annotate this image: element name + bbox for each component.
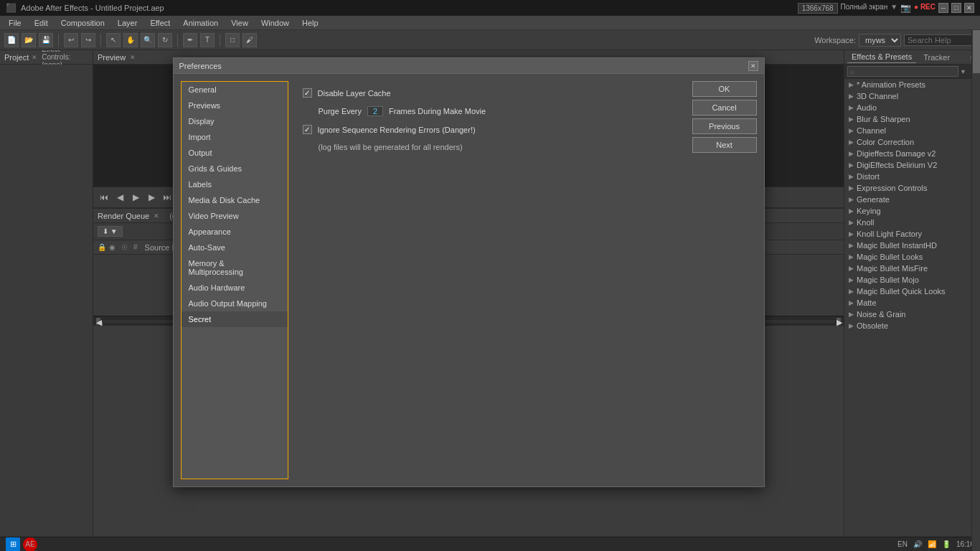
effects-search-input[interactable] bbox=[847, 66, 958, 77]
project-tab-close[interactable]: ✕ bbox=[32, 54, 37, 61]
ignore-sequence-checkbox[interactable] bbox=[303, 125, 312, 134]
pref-media[interactable]: Media & Disk Cache bbox=[182, 192, 288, 208]
effect-distort[interactable]: ▶ Distort bbox=[844, 171, 980, 182]
dialog-sidebar: General Previews Display Import Output G… bbox=[181, 81, 288, 479]
search-dropdown-arrow[interactable]: ▼ bbox=[960, 68, 966, 75]
search-help-input[interactable] bbox=[904, 34, 976, 46]
effect-color-correction[interactable]: ▶ Color Correction bbox=[844, 136, 980, 148]
workspace-select[interactable]: myws bbox=[859, 34, 901, 47]
close-button[interactable]: ✕ bbox=[964, 3, 974, 13]
effect-digieffects-delirium[interactable]: ▶ DigiEffects Delirium V2 bbox=[844, 159, 980, 171]
dialog-main: Disable Layer Cache Purge Every 2 Frames… bbox=[296, 81, 685, 479]
effect-blur-sharpen[interactable]: ▶ Blur & Sharpen bbox=[844, 113, 980, 125]
ae-taskbar-icon[interactable]: AE bbox=[23, 537, 37, 552]
rotate-tool[interactable]: ↻ bbox=[158, 33, 172, 47]
arrow-icon: ▶ bbox=[849, 299, 854, 306]
pref-labels[interactable]: Labels bbox=[182, 176, 288, 192]
pref-autosave[interactable]: Auto-Save bbox=[182, 240, 288, 255]
pen-tool[interactable]: ✒ bbox=[183, 33, 197, 47]
pref-display[interactable]: Display bbox=[182, 113, 288, 129]
effect-animation-presets[interactable]: ▶ * Animation Presets bbox=[844, 79, 980, 90]
dialog-close-button[interactable]: ✕ bbox=[748, 61, 758, 71]
effect-label: Magic Bullet MisFire bbox=[857, 264, 928, 273]
text-tool[interactable]: T bbox=[200, 33, 215, 47]
ok-button[interactable]: OK bbox=[692, 81, 757, 97]
menu-window[interactable]: Window bbox=[255, 17, 295, 29]
disable-layer-cache-checkbox[interactable] bbox=[303, 88, 312, 98]
hand-tool[interactable]: ✋ bbox=[123, 33, 138, 47]
effect-magic-bullet-misfire[interactable]: ▶ Magic Bullet MisFire bbox=[844, 263, 980, 274]
effect-label: Magic Bullet Looks bbox=[857, 253, 923, 261]
effect-audio[interactable]: ▶ Audio bbox=[844, 102, 980, 113]
effect-magic-bullet-quicklooks[interactable]: ▶ Magic Bullet Quick Looks bbox=[844, 286, 980, 297]
effects-presets-tab[interactable]: Effects & Presets bbox=[847, 51, 916, 63]
maximize-button[interactable]: □ bbox=[951, 3, 961, 13]
effect-expression-controls[interactable]: ▶ Expression Controls bbox=[844, 182, 980, 194]
effect-digieffects-damage[interactable]: ▶ Digieffects Damage v2 bbox=[844, 148, 980, 159]
menu-composition[interactable]: Composition bbox=[55, 17, 110, 29]
pref-output[interactable]: Output bbox=[182, 145, 288, 161]
effect-label: Audio bbox=[857, 103, 877, 112]
pref-video-preview[interactable]: Video Preview bbox=[182, 208, 288, 224]
center-column: Preview ✕ ⏮ ◀ ▶ ▶ ⏭ 🔁 🔊 ▶▶ RAM Preview O… bbox=[93, 50, 844, 537]
menu-help[interactable]: Help bbox=[296, 17, 324, 29]
effect-channel[interactable]: ▶ Channel bbox=[844, 125, 980, 136]
pref-secret[interactable]: Secret bbox=[182, 311, 288, 327]
project-tab[interactable]: Project bbox=[4, 53, 29, 62]
open-button[interactable]: 📂 bbox=[22, 33, 36, 47]
effect-magic-bullet-instanthd[interactable]: ▶ Magic Bullet InstantHD bbox=[844, 240, 980, 251]
new-button[interactable]: 📄 bbox=[4, 33, 19, 47]
arrow-icon: ▶ bbox=[849, 173, 854, 180]
effect-label: 3D Channel bbox=[857, 92, 898, 100]
effect-3d-channel[interactable]: ▶ 3D Channel bbox=[844, 90, 980, 102]
undo-button[interactable]: ↩ bbox=[64, 33, 78, 47]
redo-button[interactable]: ↪ bbox=[81, 33, 95, 47]
preferences-dialog: Preferences ✕ General Previews Display I… bbox=[173, 57, 765, 487]
menu-file[interactable]: File bbox=[3, 17, 27, 29]
cancel-button[interactable]: Cancel bbox=[692, 100, 757, 116]
save-button[interactable]: 💾 bbox=[39, 33, 53, 47]
menu-view[interactable]: View bbox=[225, 17, 254, 29]
arrow-icon: ▶ bbox=[849, 196, 854, 203]
effect-noise-grain[interactable]: ▶ Noise & Grain bbox=[844, 309, 980, 320]
effects-scrollbar[interactable] bbox=[971, 50, 980, 537]
purge-value[interactable]: 2 bbox=[367, 106, 383, 116]
effect-knoll-light-factory[interactable]: ▶ Knoll Light Factory bbox=[844, 228, 980, 240]
shape-tool[interactable]: □ bbox=[225, 33, 240, 47]
effect-generate[interactable]: ▶ Generate bbox=[844, 194, 980, 205]
minimize-button[interactable]: ─ bbox=[938, 3, 948, 13]
effect-magic-bullet-mojo[interactable]: ▶ Magic Bullet Mojo bbox=[844, 274, 980, 286]
app-icon: ⬛ bbox=[6, 3, 17, 13]
effect-magic-bullet-looks[interactable]: ▶ Magic Bullet Looks bbox=[844, 251, 980, 263]
pref-previews[interactable]: Previews bbox=[182, 98, 288, 113]
previous-button[interactable]: Previous bbox=[692, 118, 757, 134]
next-button[interactable]: Next bbox=[692, 137, 757, 153]
menu-edit[interactable]: Edit bbox=[29, 17, 54, 29]
effect-knoll[interactable]: ▶ Knoll bbox=[844, 217, 980, 228]
menu-animation[interactable]: Animation bbox=[177, 17, 224, 29]
audio-icon: 🔊 bbox=[913, 540, 922, 548]
brush-tool[interactable]: 🖌 bbox=[242, 33, 257, 47]
zoom-tool[interactable]: 🔍 bbox=[141, 33, 155, 47]
start-button[interactable]: ⊞ bbox=[6, 537, 20, 552]
menu-effect[interactable]: Effect bbox=[144, 17, 176, 29]
pref-general[interactable]: General bbox=[182, 82, 288, 98]
select-tool[interactable]: ↖ bbox=[106, 33, 121, 47]
effect-obsolete[interactable]: ▶ Obsolete bbox=[844, 320, 980, 331]
pref-grids[interactable]: Grids & Guides bbox=[182, 161, 288, 176]
tracker-tab[interactable]: Tracker bbox=[919, 52, 954, 63]
arrow-icon: ▶ bbox=[849, 276, 854, 283]
arrow-icon: ▶ bbox=[849, 230, 854, 237]
dialog-title-bar: Preferences ✕ bbox=[174, 58, 764, 74]
effects-scroll-thumb[interactable] bbox=[973, 50, 980, 73]
menu-layer[interactable]: Layer bbox=[112, 17, 143, 29]
toolbar: 📄 📂 💾 ↩ ↪ ↖ ✋ 🔍 ↻ ✒ T □ 🖌 Workspace: myw… bbox=[0, 30, 980, 50]
effect-keying[interactable]: ▶ Keying bbox=[844, 205, 980, 217]
pref-appearance[interactable]: Appearance bbox=[182, 224, 288, 240]
effect-matte[interactable]: ▶ Matte bbox=[844, 297, 980, 309]
pref-import[interactable]: Import bbox=[182, 129, 288, 145]
pref-memory[interactable]: Memory & Multiprocessing bbox=[182, 255, 288, 280]
pref-audio-output[interactable]: Audio Output Mapping bbox=[182, 296, 288, 311]
dialog-overlay: Preferences ✕ General Previews Display I… bbox=[93, 50, 844, 537]
pref-audio-hardware[interactable]: Audio Hardware bbox=[182, 280, 288, 296]
